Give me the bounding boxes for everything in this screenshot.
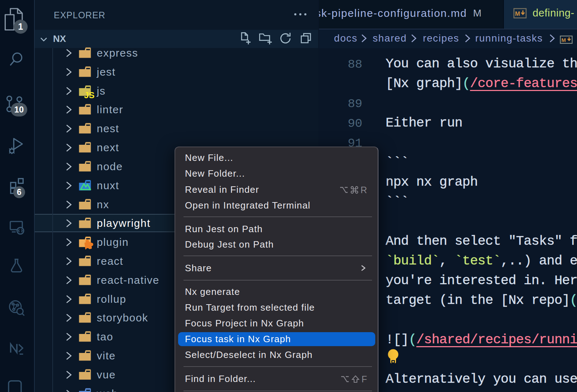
svg-text:M: M <box>562 37 567 43</box>
svg-text:M: M <box>515 10 520 17</box>
svg-text:JS: JS <box>84 90 95 100</box>
